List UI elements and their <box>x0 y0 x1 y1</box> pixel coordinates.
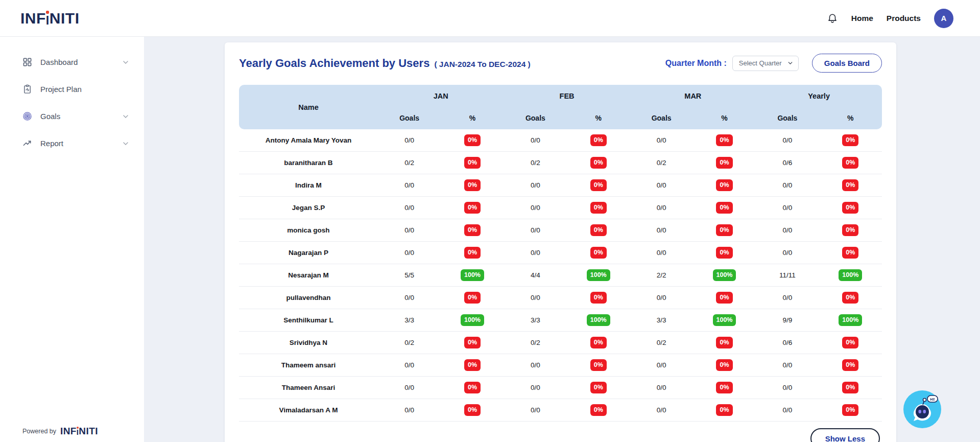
month-header-jan: JAN <box>378 85 504 107</box>
goals-cell: 0/0 <box>630 129 692 152</box>
goals-cell: 0/2 <box>504 152 567 174</box>
sub-header-goals: Goals <box>504 107 567 129</box>
pct-badge: 0% <box>716 337 732 348</box>
goals-cell: 0/2 <box>630 332 692 354</box>
pct-cell: 0% <box>693 197 756 219</box>
main-content: Yearly Goals Achievement by Users ( JAN-… <box>144 37 980 442</box>
pct-cell: 100% <box>567 309 630 332</box>
sidebar-item-label: Dashboard <box>40 58 122 66</box>
sidebar-item-report[interactable]: Report <box>0 130 144 157</box>
nav-home-link[interactable]: Home <box>851 14 873 23</box>
infiniti-logo: INFINITI <box>20 10 80 27</box>
user-name: Thameem ansari <box>239 354 378 377</box>
goals-cell: 0/0 <box>630 197 692 219</box>
goals-cell: 0/2 <box>504 332 567 354</box>
goals-cell: 0/0 <box>378 287 441 309</box>
pct-badge: 0% <box>716 157 732 169</box>
goals-cell: 11/11 <box>756 264 819 287</box>
pct-badge: 0% <box>464 404 481 416</box>
pct-badge: 0% <box>464 224 481 236</box>
pct-cell: 0% <box>819 287 882 309</box>
pct-cell: 0% <box>819 174 882 197</box>
goals-cell: 0/0 <box>756 129 819 152</box>
pct-badge: 0% <box>590 224 607 236</box>
user-name: Srividhya N <box>239 332 378 354</box>
goals-cell: 0/0 <box>630 174 692 197</box>
user-name: Nagarajan P <box>239 242 378 264</box>
goals-cell: 0/0 <box>378 377 441 399</box>
notifications-bell-icon[interactable] <box>827 13 838 24</box>
sub-header-pct: % <box>567 107 630 129</box>
table-row: pullavendhan0/00%0/00%0/00%0/00% <box>239 287 882 309</box>
goals-cell: 0/6 <box>756 332 819 354</box>
pct-cell: 100% <box>693 309 756 332</box>
goals-cell: 0/0 <box>378 129 441 152</box>
logo-text: NITI <box>50 10 80 27</box>
sub-header-pct: % <box>441 107 504 129</box>
sub-header-goals: Goals <box>378 107 441 129</box>
pct-badge: 100% <box>713 269 736 281</box>
sidebar-item-dashboard[interactable]: Dashboard <box>0 49 144 76</box>
pct-cell: 0% <box>693 129 756 152</box>
table-row: monica gosh0/00%0/00%0/00%0/00% <box>239 219 882 242</box>
sidebar-item-project-plan[interactable]: Project Plan <box>0 76 144 103</box>
show-less-button[interactable]: Show Less <box>810 428 880 442</box>
goals-cell: 0/0 <box>756 377 819 399</box>
goals-cell: 0/0 <box>504 129 567 152</box>
pct-cell: 0% <box>567 242 630 264</box>
goals-card: Yearly Goals Achievement by Users ( JAN-… <box>225 42 896 442</box>
pct-cell: 0% <box>819 219 882 242</box>
goals-cell: 0/0 <box>504 399 567 422</box>
chatbot-launcher[interactable]: HI! <box>903 390 941 428</box>
pct-badge: 0% <box>842 134 858 146</box>
pct-cell: 0% <box>693 377 756 399</box>
goals-cell: 0/0 <box>504 197 567 219</box>
page-title: Yearly Goals Achievement by Users <box>239 57 429 70</box>
pct-cell: 0% <box>441 129 504 152</box>
goals-cell: 0/0 <box>756 174 819 197</box>
table-row: Antony Amala Mary Yovan0/00%0/00%0/00%0/… <box>239 129 882 152</box>
goals-cell: 0/0 <box>504 377 567 399</box>
user-name: baranitharan B <box>239 152 378 174</box>
sidebar-item-goals[interactable]: Goals <box>0 103 144 130</box>
user-name: Nesarajan M <box>239 264 378 287</box>
pct-cell: 0% <box>441 399 504 422</box>
pct-cell: 0% <box>441 174 504 197</box>
pct-badge: 0% <box>716 179 732 191</box>
pct-badge: 100% <box>461 269 484 281</box>
nav-products-link[interactable]: Products <box>887 14 921 23</box>
table-row: Thameem ansari0/00%0/00%0/00%0/00% <box>239 354 882 377</box>
pct-cell: 0% <box>567 219 630 242</box>
pct-badge: 100% <box>839 314 862 326</box>
goals-cell: 0/0 <box>378 242 441 264</box>
pct-badge: 0% <box>590 337 607 348</box>
pct-badge: 0% <box>842 404 858 416</box>
sub-header-pct: % <box>693 107 756 129</box>
pct-badge: 0% <box>842 157 858 169</box>
goals-cell: 0/0 <box>756 197 819 219</box>
pct-cell: 0% <box>441 152 504 174</box>
user-avatar[interactable]: A <box>934 9 953 28</box>
dashboard-grid-icon <box>22 57 32 67</box>
top-navigation: Home Products A <box>827 9 953 28</box>
user-name: Antony Amala Mary Yovan <box>239 129 378 152</box>
pct-badge: 0% <box>842 382 858 393</box>
pct-badge: 0% <box>716 224 732 236</box>
table-row: Jegan S.P0/00%0/00%0/00%0/00% <box>239 197 882 219</box>
pct-cell: 0% <box>567 152 630 174</box>
user-name: pullavendhan <box>239 287 378 309</box>
pct-cell: 100% <box>693 264 756 287</box>
quarter-select[interactable]: Select Quarter <box>732 56 799 71</box>
user-name: Jegan S.P <box>239 197 378 219</box>
pct-badge: 0% <box>464 359 481 371</box>
goals-table: Name JAN FEB MAR Yearly Goals % Goals % … <box>239 85 882 422</box>
goals-board-button[interactable]: Goals Board <box>812 54 882 73</box>
pct-badge: 0% <box>464 202 481 214</box>
goals-cell: 0/0 <box>630 219 692 242</box>
goals-cell: 2/2 <box>630 264 692 287</box>
chevron-down-icon <box>787 60 794 66</box>
pct-badge: 0% <box>716 382 732 393</box>
sidebar-item-label: Goals <box>40 112 122 121</box>
chevron-down-icon <box>122 139 130 148</box>
month-header-mar: MAR <box>630 85 756 107</box>
